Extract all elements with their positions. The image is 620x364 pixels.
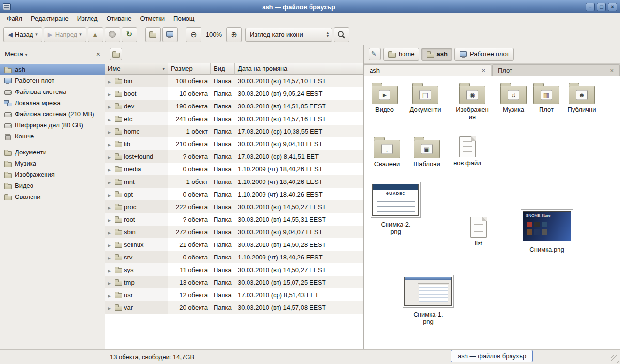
edit-location-button[interactable]	[369, 48, 381, 60]
place-item[interactable]: Файлова система	[0, 86, 105, 97]
table-row[interactable]: lib 210 обекта Папка 30.03.2010 (вт) 9,0…	[105, 137, 363, 150]
expander-icon[interactable]	[108, 77, 113, 85]
expander-icon[interactable]	[108, 103, 113, 110]
computer-button[interactable]	[162, 27, 178, 42]
expander-icon[interactable]	[108, 128, 113, 135]
expander-icon[interactable]	[108, 279, 113, 286]
table-row[interactable]: usr 12 обекта Папка 17.03.2010 (ср) 8,51…	[105, 288, 363, 301]
expander-icon[interactable]	[108, 291, 113, 299]
table-row[interactable]: var 20 обекта Папка 30.03.2010 (вт) 14,5…	[105, 301, 363, 314]
menu-item[interactable]: Отиване	[102, 14, 136, 24]
menu-item[interactable]: Файл	[2, 14, 27, 24]
expander-icon[interactable]	[108, 191, 113, 198]
place-item[interactable]: Локална мрежа	[0, 97, 105, 108]
table-row[interactable]: selinux 21 обекта Папка 30.03.2010 (вт) …	[105, 238, 363, 251]
place-item[interactable]: Изображения	[0, 169, 105, 180]
expander-icon[interactable]	[108, 140, 113, 148]
table-row[interactable]: mnt 1 обект Папка 1.10.2009 (чт) 18,40,2…	[105, 175, 363, 188]
place-item[interactable]: Видео	[0, 180, 105, 191]
icon-view-item[interactable]: ☻ Публични	[562, 82, 601, 114]
tab-close-icon[interactable]: ×	[610, 67, 614, 74]
icon-view-canvas[interactable]: ► Видео ▤ Документи ◉	[364, 76, 620, 349]
expander-icon[interactable]	[108, 203, 113, 211]
expander-icon[interactable]	[108, 153, 113, 160]
icon-view-item[interactable]: ▤ Документи	[404, 82, 446, 114]
icon-view-item[interactable]: ♫ Музика	[496, 82, 531, 114]
place-item[interactable]: Шифриран дял (80 GB)	[0, 120, 105, 131]
expander-icon[interactable]	[108, 115, 113, 122]
sidebar-close-icon[interactable]: ×	[96, 51, 100, 58]
table-row[interactable]: sys 11 обекта Папка 30.03.2010 (вт) 14,5…	[105, 263, 363, 276]
tab[interactable]: ash ×	[364, 64, 491, 76]
tab-close-icon[interactable]: ×	[481, 67, 485, 74]
icon-view-item[interactable]: ▦ Плот	[530, 82, 562, 114]
table-row[interactable]: media 0 обекта Папка 1.10.2009 (чт) 18,4…	[105, 163, 363, 175]
icon-view-item[interactable]: ▣ Шаблони	[407, 136, 446, 168]
expander-icon[interactable]	[108, 216, 113, 223]
table-row[interactable]: dev 190 обекта Папка 30.03.2010 (вт) 14,…	[105, 100, 363, 112]
minimize-button[interactable]: –	[586, 3, 595, 11]
table-row[interactable]: sbin 272 обекта Папка 30.03.2010 (вт) 9,…	[105, 226, 363, 238]
stop-button[interactable]	[105, 27, 120, 42]
root-location-button[interactable]	[110, 48, 122, 60]
expander-icon[interactable]	[108, 266, 113, 273]
search-button[interactable]	[334, 27, 349, 42]
expander-icon[interactable]	[108, 178, 113, 185]
column-header[interactable]: Име	[105, 63, 168, 75]
icon-view-item[interactable]: list	[464, 217, 493, 247]
back-dropdown-icon[interactable]: ▾	[35, 32, 38, 37]
breadcrumb-button[interactable]: home	[383, 48, 419, 61]
home-button[interactable]	[145, 27, 161, 42]
sidebar-title-dropdown[interactable]: Места	[5, 50, 27, 58]
place-item[interactable]: Свалени	[0, 191, 105, 202]
menu-item[interactable]: Отметки	[136, 14, 169, 24]
expander-icon[interactable]	[108, 166, 113, 173]
icon-view-item[interactable]: нов файл	[449, 136, 486, 167]
table-row[interactable]: proc 222 обекта Папка 30.03.2010 (вт) 14…	[105, 200, 363, 213]
view-mode-select[interactable]: Изглед като икони ▲▼	[245, 28, 332, 42]
column-header[interactable]: Вид	[211, 63, 235, 75]
forward-button[interactable]: Напред ▾	[44, 27, 86, 42]
column-header[interactable]: Дата на промяна	[235, 63, 363, 75]
table-row[interactable]: boot 10 обекта Папка 30.03.2010 (вт) 9,0…	[105, 87, 363, 100]
table-row[interactable]: lost+found ? обекта Папка 17.03.2010 (ср…	[105, 150, 363, 163]
menu-item[interactable]: Помощ	[169, 14, 199, 24]
place-item[interactable]: Работен плот	[0, 75, 105, 86]
expander-icon[interactable]	[108, 228, 113, 236]
expander-icon[interactable]	[108, 90, 113, 97]
icon-view-item[interactable]: GUADEC Снимка-2. png	[371, 182, 421, 236]
place-item[interactable]: Музика	[0, 158, 105, 169]
close-button[interactable]: ×	[608, 3, 617, 11]
icon-view-item[interactable]: ► Видео	[366, 82, 403, 114]
icon-view-item[interactable]: ◉ Изображен ия	[450, 82, 495, 121]
table-row[interactable]: etc 241 обекта Папка 30.03.2010 (вт) 14,…	[105, 112, 363, 125]
place-item[interactable]: Файлова система (210 MB)	[0, 108, 105, 120]
expander-icon[interactable]	[108, 254, 113, 261]
tab[interactable]: Плот ×	[492, 64, 620, 76]
menu-item[interactable]: Изглед	[73, 14, 102, 24]
place-item[interactable]: ash	[0, 64, 105, 75]
resize-grip[interactable]	[611, 355, 619, 363]
icon-view-item[interactable]: ↓ Свалени	[368, 136, 406, 168]
up-button[interactable]	[88, 27, 103, 42]
back-button[interactable]: Назад ▾	[3, 27, 42, 42]
icon-view-item[interactable]: Снимка-1. png	[402, 275, 455, 326]
breadcrumb-button[interactable]: ash	[421, 48, 452, 61]
zoom-in-button[interactable]	[226, 27, 242, 42]
icon-view-item[interactable]: GNOME Store Снимка.png	[520, 209, 574, 254]
table-row[interactable]: opt 0 обекта Папка 1.10.2009 (чт) 18,40,…	[105, 188, 363, 200]
menu-item[interactable]: Редактиране	[27, 14, 73, 24]
reload-button[interactable]	[122, 27, 137, 42]
breadcrumb-button[interactable]: Работен плот	[454, 48, 514, 61]
view-mode-stepper-icon[interactable]: ▲▼	[324, 28, 332, 41]
place-item[interactable]: Документи	[0, 147, 105, 158]
maximize-button[interactable]: □	[597, 3, 606, 11]
table-row[interactable]: home 1 обект Папка 17.03.2010 (ср) 10,38…	[105, 125, 363, 137]
table-row[interactable]: bin 108 обекта Папка 30.03.2010 (вт) 14,…	[105, 75, 363, 87]
table-row[interactable]: srv 0 обекта Папка 1.10.2009 (чт) 18,40,…	[105, 251, 363, 263]
table-row[interactable]: root ? обекта Папка 30.03.2010 (вт) 14,5…	[105, 213, 363, 226]
place-item[interactable]: Кошче	[0, 131, 105, 142]
zoom-out-button[interactable]	[186, 27, 202, 42]
table-row[interactable]: tmp 13 обекта Папка 30.03.2010 (вт) 15,0…	[105, 276, 363, 288]
expander-icon[interactable]	[108, 241, 113, 248]
